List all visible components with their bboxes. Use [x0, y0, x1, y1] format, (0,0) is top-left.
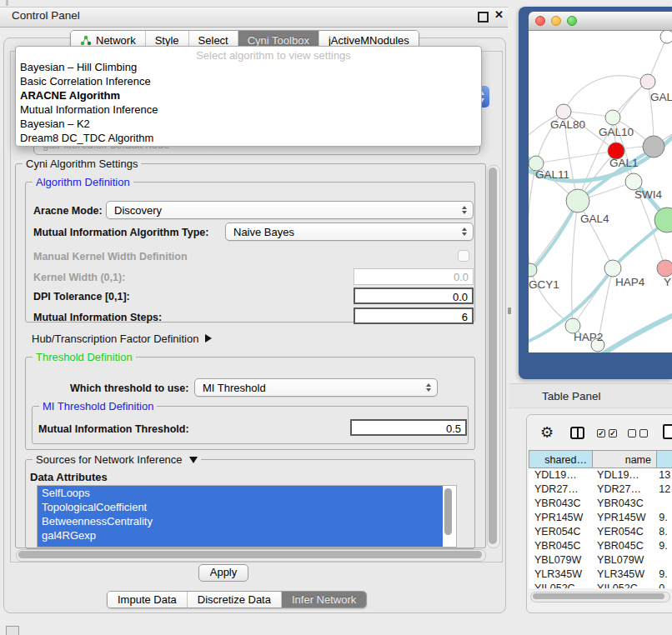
settings-vertical-scrollbar[interactable]: [487, 165, 500, 548]
list-item-partial: [38, 542, 443, 548]
checked-box-glyph: ✓: [597, 429, 605, 438]
splitter-handle[interactable]: [508, 308, 511, 314]
cell: [655, 553, 672, 568]
scrollbar-thumb[interactable]: [533, 593, 664, 599]
cell: 12: [655, 482, 672, 497]
columns-icon[interactable]: [570, 427, 584, 439]
network-node[interactable]: [556, 104, 571, 119]
mi-steps-field[interactable]: 6: [354, 308, 474, 324]
window-zoom-icon[interactable]: [567, 16, 577, 26]
collapsed-panel-icon[interactable]: [6, 626, 19, 635]
column-header-name[interactable]: name: [592, 450, 657, 468]
tab-infer-network-label: Infer Network: [292, 593, 356, 606]
tab-discretize-data[interactable]: Discretize Data: [187, 592, 281, 608]
apply-button[interactable]: Apply: [198, 564, 248, 582]
menu-item[interactable]: Basic Correlation Inference: [20, 74, 151, 88]
mi-type-select[interactable]: Naive Bayes: [225, 222, 474, 241]
column-header-partial[interactable]: [656, 450, 672, 468]
tab-impute-data[interactable]: Impute Data: [108, 592, 187, 608]
table-row[interactable]: YBR045CYBR045C9.: [529, 539, 672, 553]
sources-group-toggle[interactable]: Sources for Network Inference: [33, 453, 201, 466]
menu-item[interactable]: Mutual Information Inference: [20, 102, 158, 117]
dpi-tolerance-label: DPI Tolerance [0,1]:: [33, 291, 130, 302]
kernel-width-field[interactable]: 0.0: [354, 268, 474, 285]
network-node[interactable]: [605, 110, 620, 125]
node-label: GAL: [650, 91, 672, 103]
table-row[interactable]: YIL052CYIL052C0.: [529, 582, 672, 588]
table-horizontal-scrollbar[interactable]: [530, 592, 670, 602]
tab-select-label: Select: [198, 34, 228, 47]
control-panel-title: Control Panel: [12, 9, 80, 22]
node-label: HAP4: [615, 276, 645, 288]
close-icon[interactable]: ✕: [494, 8, 504, 21]
list-vertical-scrollbar[interactable]: [444, 488, 452, 535]
mi-threshold-field[interactable]: 0.5: [350, 419, 467, 436]
cell: 9.: [655, 539, 672, 553]
menu-item[interactable]: Bayesian – Hill Climbing: [20, 60, 137, 74]
cell: YER054C: [591, 525, 655, 539]
window-minimize-icon[interactable]: [551, 16, 561, 26]
network-canvas[interactable]: GAL GAL80 GAL10 GAL1 GAL11 SWI4 GAL4 HAP…: [529, 31, 672, 352]
cell: YBL079W: [529, 553, 591, 568]
node-label: Y: [664, 276, 671, 288]
expand-arrow-icon: [205, 334, 212, 342]
unchecked-box-glyph: [628, 429, 636, 438]
menu-item[interactable]: Bayesian – K2: [20, 117, 90, 131]
node-label: GAL11: [535, 168, 569, 181]
table-rows: YDL19…YDL19…13 YDR27…YDR27…12 YBR043CYBR…: [529, 468, 672, 588]
list-item[interactable]: TopologicalCoefficient: [38, 500, 443, 514]
network-node[interactable]: [657, 260, 672, 277]
cell: 9.: [655, 511, 672, 525]
cell: YPR145W: [529, 511, 591, 525]
settings-horizontal-scrollbar[interactable]: [16, 549, 486, 562]
network-icon: [80, 35, 92, 46]
cell: YDL19…: [529, 468, 591, 482]
scrollbar-thumb[interactable]: [489, 168, 497, 544]
table-row[interactable]: YBL079WYBL079W: [529, 553, 672, 568]
node-label: GAL10: [599, 126, 634, 138]
dpi-tolerance-field[interactable]: 0.0: [354, 288, 474, 304]
data-attributes-list[interactable]: SelfLoops TopologicalCoefficient Between…: [37, 485, 457, 548]
select-all-icon[interactable]: ✓ ✓: [597, 429, 617, 438]
combo-arrows-icon: [462, 228, 467, 236]
table-row[interactable]: YBR043CYBR043C: [529, 497, 672, 511]
gear-icon[interactable]: ⚙: [540, 423, 554, 442]
network-node[interactable]: [660, 31, 672, 43]
table-row[interactable]: YDR27…YDR27…12: [529, 482, 672, 497]
network-node[interactable]: [625, 173, 642, 190]
cyni-settings-group-title: Cyni Algorithm Settings: [23, 158, 141, 170]
scrollbar-thumb[interactable]: [18, 551, 482, 558]
tab-infer-network[interactable]: Infer Network: [281, 592, 366, 608]
window-close-icon[interactable]: [535, 16, 545, 26]
aracne-mode-select[interactable]: Discovery: [106, 201, 474, 219]
table-row[interactable]: YER054CYER054C8.: [529, 525, 672, 539]
list-item[interactable]: SelfLoops: [38, 486, 443, 500]
list-item[interactable]: BetweennessCentrality: [38, 514, 443, 528]
float-window-icon[interactable]: [478, 12, 489, 22]
which-threshold-select[interactable]: MI Threshold: [194, 378, 438, 397]
network-node[interactable]: [604, 260, 621, 277]
cell: YPR145W: [591, 511, 655, 525]
network-node[interactable]: [566, 189, 589, 212]
mi-threshold-label: Mutual Information Threshold:: [38, 423, 189, 435]
hub-section-toggle[interactable]: Hub/Transcription Factor Definition: [32, 332, 212, 345]
manual-kernel-label: Manual Kernel Width Definition: [33, 251, 188, 262]
cell: YBL079W: [591, 553, 655, 568]
checked-box-glyph: ✓: [609, 429, 617, 438]
column-header-shared-name[interactable]: shared…: [529, 450, 593, 468]
manual-kernel-checkbox[interactable]: [458, 250, 469, 262]
network-node[interactable]: [640, 74, 655, 89]
function-icon[interactable]: [663, 424, 672, 439]
table-row[interactable]: YLR345WYLR345W9.: [529, 568, 672, 582]
menu-item[interactable]: ARACNE Algorithm: [20, 88, 120, 102]
table-row[interactable]: YDL19…YDL19…13: [529, 468, 672, 482]
menu-item[interactable]: Dream8 DC_TDC Algorithm: [20, 131, 153, 145]
list-item[interactable]: gal4RGexp: [38, 528, 443, 542]
hub-section-label: Hub/Transcription Factor Definition: [32, 332, 198, 345]
table-row[interactable]: YPR145WYPR145W9.: [529, 511, 672, 525]
deselect-all-icon[interactable]: [628, 429, 648, 438]
network-window-titlebar[interactable]: [529, 12, 672, 31]
network-node[interactable]: [643, 136, 664, 158]
collapse-arrow-icon: [189, 457, 198, 463]
cell: YBR045C: [591, 539, 655, 553]
